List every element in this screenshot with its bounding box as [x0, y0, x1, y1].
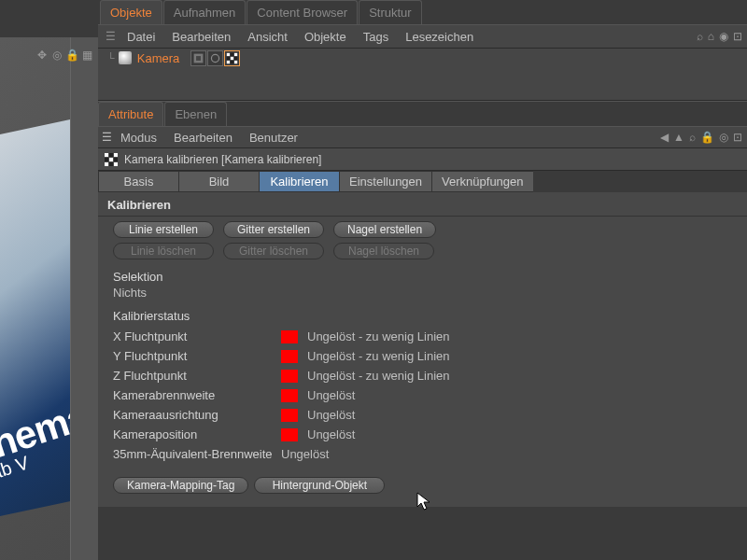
subtab-einstellungen[interactable]: Einstellungen [339, 171, 431, 192]
create-pin-button[interactable]: Nagel erstellen [333, 221, 436, 238]
hamburger-icon[interactable]: ☰ [102, 30, 119, 43]
lock-icon[interactable]: 🔒 [700, 131, 714, 144]
section-header: Kalibrieren [98, 192, 747, 217]
status-label: Kameraposition [113, 427, 281, 441]
status-row-35mm: 35mm-Äquivalent-Brennweite Ungelöst [113, 444, 733, 464]
tab-content-browser[interactable]: Content Browser [247, 0, 358, 24]
status-row-focal: Kamerabrennweite Ungelöst [113, 385, 733, 405]
background-object-button[interactable]: Hintergrund-Objekt [254, 477, 385, 494]
status-label: Kamerabrennweite [113, 388, 281, 402]
status-row-x: X Fluchtpunkt Ungelöst - zu wenig Linien [113, 327, 733, 346]
subtab-bild[interactable]: Bild [178, 171, 259, 192]
object-row-kamera[interactable]: └ Kamera [104, 49, 742, 67]
svg-rect-20 [114, 162, 118, 166]
viewport[interactable]: nemá ab V [0, 37, 98, 560]
expand-icon[interactable]: ⊡ [733, 30, 742, 43]
status-label: 35mm-Äquivalent-Brennweite [113, 447, 281, 461]
svg-rect-15 [105, 158, 108, 161]
calibrate-tag-icon [104, 152, 119, 167]
svg-rect-6 [227, 56, 230, 59]
svg-rect-16 [109, 158, 113, 161]
status-label: Y Fluchtpunkt [113, 349, 281, 363]
delete-buttons-row: Linie löschen Gitter löschen Nagel lösch… [98, 243, 747, 264]
hamburger-icon[interactable]: ☰ [102, 131, 112, 144]
tab-objekte[interactable]: Objekte [100, 0, 162, 24]
target-icon[interactable]: ◎ [719, 131, 728, 144]
camera-mapping-tag-button[interactable]: Kamera-Mapping-Tag [113, 477, 248, 494]
search-icon[interactable]: ⌕ [689, 131, 696, 144]
delete-grid-button: Gitter löschen [223, 243, 324, 259]
status-row-z: Z Fluchtpunkt Ungelöst - zu wenig Linien [113, 366, 733, 385]
attribute-title: Kamera kalibrieren [Kamera kalibrieren] [124, 153, 321, 166]
svg-rect-13 [109, 153, 113, 157]
menu-datei[interactable]: Datei [119, 30, 163, 44]
status-grid: Kalibrierstatus X Fluchtpunkt Ungelöst -… [98, 309, 747, 471]
status-label: Z Fluchtpunkt [113, 369, 281, 383]
status-header: Kalibrierstatus [113, 309, 733, 323]
attribute-menubar: ☰ Modus Bearbeiten Benutzer ◀ ▲ ⌕ 🔒 ◎ ⊡ [98, 126, 747, 148]
status-value: Ungelöst [307, 408, 355, 422]
menu-tags[interactable]: Tags [355, 30, 397, 44]
expand-icon[interactable]: ⊡ [733, 131, 742, 144]
status-swatch [281, 428, 298, 441]
menu-lesezeichen[interactable]: Lesezeichen [397, 30, 482, 44]
selection-value: Nichts [113, 286, 733, 305]
svg-rect-3 [227, 52, 230, 55]
grid-icon[interactable]: ▦ [80, 49, 93, 62]
status-value: Ungelöst [307, 427, 355, 441]
tab-attribute[interactable]: Attribute [98, 102, 163, 126]
status-swatch [281, 330, 298, 343]
subtab-kalibrieren[interactable]: Kalibrieren [259, 171, 339, 192]
subtab-verknuepfungen[interactable]: Verknüpfungen [431, 171, 532, 192]
menu-objekte[interactable]: Objekte [296, 30, 355, 44]
status-value: Ungelöst [307, 388, 355, 402]
up-icon[interactable]: ▲ [673, 131, 684, 144]
svg-rect-9 [227, 60, 230, 63]
svg-rect-12 [105, 153, 108, 157]
svg-rect-7 [231, 56, 233, 59]
search-icon[interactable]: ⌕ [697, 30, 703, 43]
status-swatch [281, 370, 298, 383]
svg-rect-17 [114, 158, 118, 161]
create-line-button[interactable]: Linie erstellen [113, 221, 214, 238]
tag-slot-1[interactable] [190, 50, 206, 66]
svg-rect-11 [234, 60, 237, 63]
svg-rect-19 [109, 162, 113, 166]
selection-label: Selektion [113, 270, 733, 284]
status-row-y: Y Fluchtpunkt Ungelöst - zu wenig Linien [113, 346, 733, 366]
tag-slot-2[interactable] [207, 50, 223, 66]
status-label: X Fluchtpunkt [113, 329, 281, 343]
menu-bearbeiten[interactable]: Bearbeiten [165, 131, 241, 145]
target-icon[interactable]: ◎ [50, 49, 63, 62]
attribute-header: Kamera kalibrieren [Kamera kalibrieren] [98, 148, 747, 171]
svg-rect-1 [196, 56, 201, 61]
move-icon[interactable]: ✥ [35, 49, 49, 62]
back-icon[interactable]: ◀ [660, 131, 669, 144]
menu-modus[interactable]: Modus [112, 131, 165, 145]
eye-icon[interactable]: ◉ [719, 30, 728, 43]
object-list[interactable]: └ Kamera [98, 49, 747, 101]
tree-handle[interactable]: └ [104, 52, 115, 63]
subtab-basis[interactable]: Basis [98, 171, 178, 192]
tag-slot-calibrate[interactable] [224, 50, 240, 66]
viewport-toolbar: ✥ ◎ 🔒 ▦ [35, 49, 93, 62]
attribute-tabs: Attribute Ebenen [98, 101, 747, 126]
tab-aufnahmen[interactable]: Aufnahmen [163, 0, 247, 24]
bottom-buttons: Kamera-Mapping-Tag Hintergrund-Objekt [98, 471, 747, 507]
create-grid-button[interactable]: Gitter erstellen [223, 221, 324, 238]
menu-ansicht[interactable]: Ansicht [239, 30, 296, 44]
lock-icon[interactable]: 🔒 [65, 49, 78, 62]
sub-tabs: Basis Bild Kalibrieren Einstellungen Ver… [98, 171, 747, 192]
object-name[interactable]: Kamera [135, 51, 182, 65]
svg-rect-4 [231, 52, 233, 55]
menu-bearbeiten[interactable]: Bearbeiten [163, 30, 239, 44]
status-swatch [281, 350, 298, 363]
svg-rect-10 [231, 60, 233, 63]
tab-ebenen[interactable]: Ebenen [164, 102, 227, 126]
tab-struktur[interactable]: Struktur [359, 0, 422, 24]
svg-rect-14 [114, 153, 118, 157]
home-icon[interactable]: ⌂ [708, 30, 714, 43]
status-row-orientation: Kameraausrichtung Ungelöst [113, 405, 733, 425]
status-swatch [281, 409, 298, 422]
menu-benutzer[interactable]: Benutzer [241, 131, 306, 145]
